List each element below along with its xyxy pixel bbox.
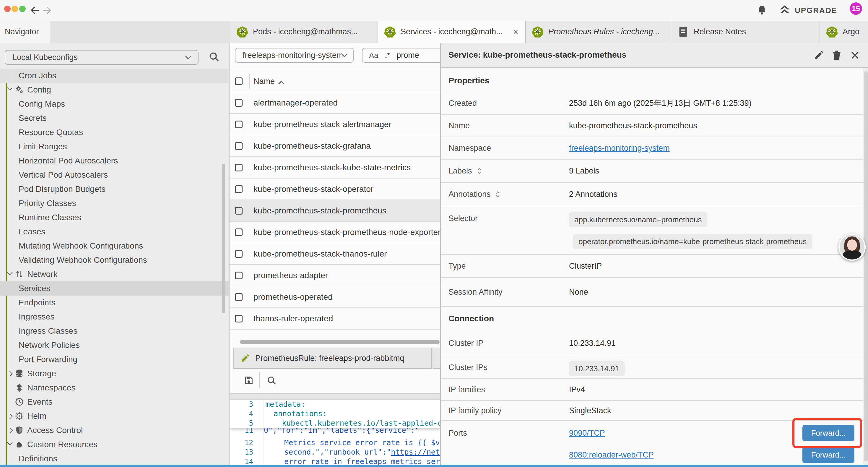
row-checkbox[interactable] (235, 293, 243, 301)
sort-toggle-icon[interactable] (476, 167, 483, 175)
sidebar-item-pod-disruption-budgets[interactable]: Pod Disruption Budgets (0, 182, 229, 196)
row-checkbox[interactable] (235, 121, 243, 128)
port-link[interactable]: 9090/TCP (569, 429, 605, 438)
sidebar-item-leases[interactable]: Leases (0, 225, 229, 239)
upgrade-button[interactable]: UPGRADE (779, 4, 837, 16)
sidebar-item-vertical-pod-autoscalers[interactable]: Vertical Pod Autoscalers (0, 168, 229, 182)
sidebar-item-validating-webhook-configurations[interactable]: Validating Webhook Configurations (0, 253, 229, 267)
sidebar-item-access-control[interactable]: Access Control (0, 423, 229, 437)
chevron-right-icon[interactable] (7, 413, 12, 419)
sidebar-item-runtime-classes[interactable]: Runtime Classes (0, 210, 229, 225)
table-row[interactable]: thanos-ruler-operated (229, 308, 440, 329)
sidebar-item-config[interactable]: Config (0, 83, 229, 97)
tab-argo[interactable]: Argo Se (820, 21, 868, 43)
tree-indent-guide (13, 296, 14, 310)
port-link[interactable]: 8080:reloader-web/TCP (569, 450, 654, 460)
table-row[interactable]: kube-prometheus-stack-grafana (229, 135, 440, 157)
drawer-scrollbar[interactable] (864, 71, 868, 461)
maximize-window-button[interactable] (19, 6, 26, 12)
row-checkbox[interactable] (235, 185, 243, 193)
sidebar-item-network[interactable]: Network (0, 267, 229, 282)
row-checkbox[interactable] (235, 142, 243, 150)
forward-icon[interactable] (41, 5, 52, 16)
table-row[interactable]: kube-prometheus-stack-prometheus-node-ex… (229, 222, 440, 243)
sidebar-item-endpoints[interactable]: Endpoints (0, 296, 229, 310)
sidebar-item-ingresses[interactable]: Ingresses (0, 310, 229, 324)
row-checkbox[interactable] (235, 164, 243, 171)
table-row[interactable]: kube-prometheus-stack-thanos-ruler (229, 243, 440, 265)
namespace-link[interactable]: freeleaps-monitoring-system (569, 144, 670, 152)
property-value: 2 Annotations (569, 190, 617, 199)
sidebar-item-label: Limit Ranges (19, 142, 67, 151)
row-checkbox[interactable] (235, 229, 243, 236)
sidebar-scrollbar[interactable] (222, 164, 225, 313)
service-name: kube-prometheus-stack-kube-state-metrics (253, 163, 411, 172)
sidebar-item-resource-quotas[interactable]: Resource Quotas (0, 125, 229, 140)
tab-services[interactable]: Services - icecheng@math... × (378, 21, 526, 43)
sidebar-item-limit-ranges[interactable]: Limit Ranges (0, 140, 229, 154)
sort-toggle-icon[interactable] (494, 190, 501, 198)
row-checkbox[interactable] (235, 207, 243, 214)
chevron-down-icon[interactable] (7, 440, 12, 445)
sidebar-item-events[interactable]: Events (0, 395, 229, 409)
yaml-editor[interactable]: 110","for":"1m","labels":{"service":"12M… (229, 400, 440, 467)
tab-pods[interactable]: Pods - icecheng@mathmas... (230, 21, 378, 43)
close-tab-icon[interactable]: × (512, 27, 519, 37)
sidebar-item-namespaces[interactable]: Namespaces (0, 381, 229, 395)
sidebar-item-cron-jobs[interactable]: Cron Jobs (0, 68, 229, 83)
horizontal-scrollbar[interactable] (240, 340, 440, 344)
sidebar-item-services[interactable]: Services (0, 282, 229, 296)
dock-tab-prometheusrule[interactable]: PrometheusRule: freeleaps-prod-rabbitmq (234, 348, 432, 369)
dock-tab-next[interactable] (433, 348, 440, 369)
tree-indent-guide (13, 282, 14, 296)
sidebar-item-custom-resources[interactable]: Custom Resources (0, 437, 229, 451)
notifications-bell-icon[interactable] (756, 4, 767, 16)
upgrade-icon (779, 4, 790, 16)
table-row[interactable]: kube-prometheus-stack-operator (229, 178, 440, 200)
back-icon[interactable] (30, 5, 41, 16)
sidebar-item-mutating-webhook-configurations[interactable]: Mutating Webhook Configurations (0, 239, 229, 253)
table-row[interactable]: kube-prometheus-stack-kube-state-metrics (229, 157, 440, 178)
table-row[interactable]: prometheus-operated (229, 286, 440, 308)
chevron-right-icon[interactable] (7, 428, 12, 433)
row-checkbox[interactable] (235, 315, 243, 322)
table-row[interactable]: prometheus-adapter (229, 265, 440, 286)
sidebar-item-port-forwarding[interactable]: Port Forwarding (0, 352, 229, 367)
tree-indent-guide (13, 125, 14, 140)
sidebar-item-ingress-classes[interactable]: Ingress Classes (0, 324, 229, 338)
kubernetes-icon (236, 26, 248, 38)
table-row[interactable]: kube-prometheus-stack-prometheus (229, 200, 440, 222)
tab-prometheus-rules[interactable]: Prometheus Rules - icecheng... (526, 21, 671, 43)
property-row-cluster-ip: Cluster IP10.233.14.91 (441, 332, 863, 355)
table-row[interactable]: alertmanager-operated (229, 92, 440, 114)
code-text: annotations: (274, 409, 327, 418)
section-heading: Properties (448, 76, 490, 85)
db-icon (15, 369, 24, 378)
table-row[interactable]: kube-prometheus-stack-alertmanager (229, 114, 440, 135)
sidebar-item-secrets[interactable]: Secrets (0, 111, 229, 125)
sidebar-item-definitions[interactable]: Definitions (0, 451, 229, 466)
tab-release-notes[interactable]: Release Notes (671, 21, 820, 43)
property-row-name: Namekube-prometheus-stack-prometheus (441, 115, 863, 137)
notification-count-badge[interactable]: 15 (850, 2, 862, 15)
sidebar-item-config-maps[interactable]: Config Maps (0, 97, 229, 111)
forward-port-button[interactable]: Forward... (802, 447, 855, 463)
editor-search-icon[interactable] (267, 375, 277, 385)
sidebar-item-network-policies[interactable]: Network Policies (0, 338, 229, 352)
chevron-down-icon[interactable] (7, 85, 12, 90)
chevron-down-icon[interactable] (7, 269, 12, 275)
row-checkbox[interactable] (235, 250, 243, 258)
sidebar-item-priority-classes[interactable]: Priority Classes (0, 196, 229, 210)
row-checkbox[interactable] (235, 272, 243, 279)
minimize-window-button[interactable] (11, 6, 18, 12)
service-name: kube-prometheus-stack-prometheus-node-ex… (253, 228, 440, 237)
save-icon[interactable] (244, 375, 254, 385)
sidebar-item-horizontal-pod-autoscalers[interactable]: Horizontal Pod Autoscalers (0, 154, 229, 168)
user-avatar[interactable] (838, 233, 866, 261)
sidebar-item-storage[interactable]: Storage (0, 367, 229, 381)
code-link[interactable]: https://net (391, 448, 440, 456)
close-window-button[interactable] (4, 6, 11, 12)
chevron-right-icon[interactable] (7, 371, 12, 376)
sidebar-item-helm[interactable]: Helm (0, 409, 229, 423)
row-checkbox[interactable] (235, 99, 243, 107)
